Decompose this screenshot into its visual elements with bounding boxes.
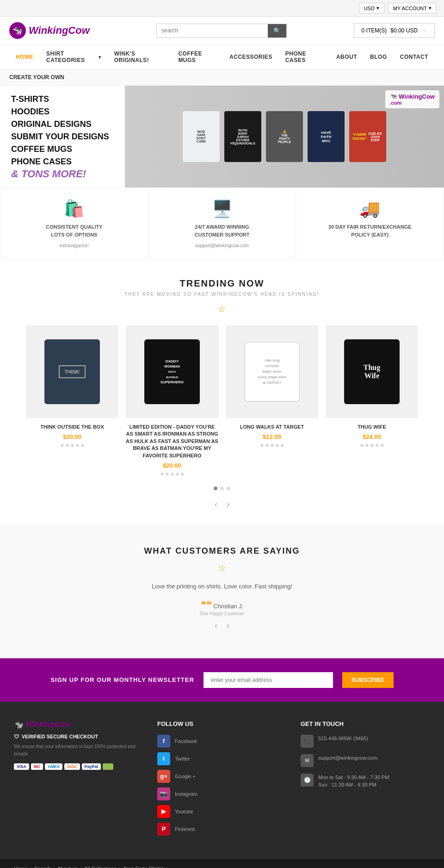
testimonial-prev-arrow[interactable]: ‹	[215, 621, 217, 631]
product-price-3: $12.00	[226, 433, 318, 440]
product-card-1[interactable]: THINK THINK OUTSIDE THE BOX $20.00 ★★★★★	[26, 325, 118, 477]
hero-overlay-text: 🐄 WinkingCow.com	[390, 93, 435, 106]
hero-shirt-1: WODHAIRDONTCARE	[183, 111, 220, 162]
shirt-think-text: THINK	[59, 365, 86, 378]
next-arrow[interactable]: ›	[227, 500, 229, 509]
email-icon: ✉	[301, 754, 314, 767]
account-selector[interactable]: MY ACCOUNT ▾	[388, 3, 437, 13]
dot-2	[220, 487, 224, 490]
testimonial-section: WHAT CUSTOMERS ARE SAYING ☆ Love the pri…	[0, 523, 444, 658]
social-item-youtube[interactable]: ▶ Youtube	[157, 805, 287, 818]
nav-item-home[interactable]: HOME	[9, 48, 40, 66]
hero-item-tshirts: T-SHIRTS	[11, 93, 114, 106]
main-nav: HOME SHIRT CATEGORIES ▾ WINK'S ORIGINALS…	[0, 44, 444, 69]
cart-button[interactable]: 0 ITEM(S) $0.00 USD →	[354, 23, 435, 38]
contact-email: ✉ support@winkingcow.com	[301, 754, 430, 767]
logo-text: WinkingCow	[29, 25, 90, 37]
googleplus-icon: g+	[157, 770, 170, 783]
testimonial-nav-arrows: ‹ ›	[9, 616, 435, 635]
hero-shirt-5: "I HATE TACOS"SAID NO JUAN EVER	[349, 111, 386, 162]
currency-chevron: ▾	[376, 5, 379, 11]
social-label-youtube: Youtube	[175, 809, 193, 814]
social-item-facebook[interactable]: f Facebook	[157, 735, 287, 748]
footer-link-home[interactable]: Home	[14, 866, 27, 868]
trending-section: TRENDING NOW THEY ARE MOVING SO FAST WIN…	[0, 260, 444, 523]
nav-item-blog[interactable]: BLOG	[364, 48, 394, 66]
paypal-icon: PayPal	[82, 763, 101, 770]
contact-email-text: support@winkingcow.com	[318, 754, 377, 762]
search-button[interactable]: 🔍	[268, 24, 286, 37]
hero-item-hoodies: HOODIES	[11, 106, 114, 118]
currency-selector[interactable]: USD ▾	[359, 3, 384, 13]
hero-left: T-SHIRTS HOODIES ORIGINAL DESIGNS SUBMIT…	[0, 86, 125, 187]
nav-item-contact[interactable]: CONTACT	[394, 48, 435, 66]
chevron-down-icon: ▾	[99, 55, 101, 60]
trending-subtitle: THEY ARE MOVING SO FAST WINKINGCOW'S HEA…	[9, 292, 435, 297]
logo[interactable]: 🐄 WinkingCow	[9, 22, 90, 39]
social-label-instagram: Instagram	[175, 791, 197, 797]
footer-link-search[interactable]: Search	[34, 866, 50, 868]
testimonial-text: Love the printing on shirts. Love color.…	[106, 583, 338, 590]
product-img-4: ThugWife	[326, 325, 418, 418]
social-label-facebook: Facebook	[175, 738, 197, 744]
cart-arrow: →	[421, 27, 427, 34]
footer-logo-icon: 🐄	[14, 720, 23, 729]
feature-support: 🖥️ 24/7 AWARD WINNINGCUSTOMER SUPPORT su…	[148, 188, 296, 259]
shopify-icon: 🛒	[103, 763, 113, 770]
hero-tons-more: & TONS MORE!	[11, 168, 114, 180]
product-card-4[interactable]: ThugWife THUG WIFE $24.00 ★★★★★	[326, 325, 418, 477]
newsletter-subscribe-button[interactable]: SUBSCRIBE	[342, 672, 394, 688]
return-icon: 🚚	[359, 199, 380, 219]
footer-link-area-codes[interactable]: Area Code Shirts!	[123, 866, 163, 868]
shirt-thug-mockup: ThugWife	[344, 339, 400, 404]
hero-banner: T-SHIRTS HOODIES ORIGINAL DESIGNS SUBMIT…	[0, 86, 444, 187]
product-card-3[interactable]: i like longromanticwalks downevery singl…	[226, 325, 318, 477]
product-card-2[interactable]: DADDY IRONMAN HULK BATMAN SUPERHERO LIMI…	[126, 325, 218, 477]
hero-item-phone: PHONE CASES	[11, 156, 114, 168]
social-item-instagram[interactable]: 📷 Instagram	[157, 787, 287, 800]
nav-item-phone-cases[interactable]: PHONE CASES	[279, 45, 330, 69]
social-item-googleplus[interactable]: g+ Google +	[157, 770, 287, 783]
footer-desc: We insure that your information is kept …	[14, 743, 143, 758]
quality-icon: 🛍️	[64, 199, 85, 219]
logo-icon: 🐄	[9, 22, 26, 39]
search-input[interactable]	[157, 24, 268, 37]
footer-sep-2: |	[53, 866, 55, 868]
social-item-pinterest[interactable]: P Pinterest	[157, 823, 287, 836]
newsletter-email-input[interactable]	[204, 672, 333, 688]
social-item-twitter[interactable]: t Twitter	[157, 752, 287, 765]
product-price-1: $20.00	[26, 433, 118, 440]
footer-logo[interactable]: 🐄 WinkingCow	[14, 720, 143, 729]
product-title-3: LONG WALKS AT TARGET	[226, 424, 318, 431]
testimonial-star: ☆	[9, 562, 435, 574]
product-img-2: DADDY IRONMAN HULK BATMAN SUPERHERO	[126, 325, 218, 418]
twitter-icon: t	[157, 752, 170, 765]
pinterest-icon: P	[157, 823, 170, 836]
footer-sep-5: |	[166, 866, 167, 868]
product-price-2: $20.00	[126, 462, 218, 469]
cart-count: 0 ITEM(S)	[362, 27, 387, 34]
mastercard-icon: MC	[31, 763, 43, 770]
amex-icon: AMEX	[45, 763, 62, 770]
shirt-thug-text: ThugWife	[364, 363, 380, 380]
subnav-create-your-own[interactable]: CREATE YOUR OWN	[9, 74, 64, 81]
discover-icon: DISC	[64, 763, 80, 770]
prev-arrow[interactable]: ‹	[215, 500, 217, 509]
footer-sep-3: |	[80, 866, 81, 868]
hero-shirt-2: RUTHMARYSARAHESTHER#SQUADGOALS	[224, 111, 261, 162]
nav-item-shirt-categories[interactable]: SHIRT CATEGORIES ▾	[40, 45, 108, 69]
nav-item-coffee-mugs[interactable]: COFFEE MUGS	[172, 45, 223, 69]
testimonial-next-arrow[interactable]: ›	[227, 621, 229, 631]
footer-link-collections[interactable]: All Collections	[84, 866, 116, 868]
nav-item-accessories[interactable]: ACCESSORIES	[223, 48, 279, 66]
search-bar: 🔍	[156, 24, 287, 38]
nav-item-winks-originals[interactable]: WINK'S ORIGINALS!	[108, 45, 172, 69]
product-rating-4: ★★★★★	[326, 442, 418, 449]
hero-item-original: ORIGINAL DESIGNS	[11, 118, 114, 131]
quote-icon: ❝❝	[201, 599, 212, 611]
footer-secure-label: VERIFIED SECURE CHECKOUT	[22, 734, 98, 739]
nav-item-about[interactable]: ABOUT	[330, 48, 364, 66]
feature-return-title: 30 DAY FAIR RETURN/EXCHANGEPOLICY (easy)	[328, 223, 412, 238]
footer-link-about[interactable]: About us	[57, 866, 77, 868]
top-bar: USD ▾ MY ACCOUNT ▾	[0, 0, 444, 17]
